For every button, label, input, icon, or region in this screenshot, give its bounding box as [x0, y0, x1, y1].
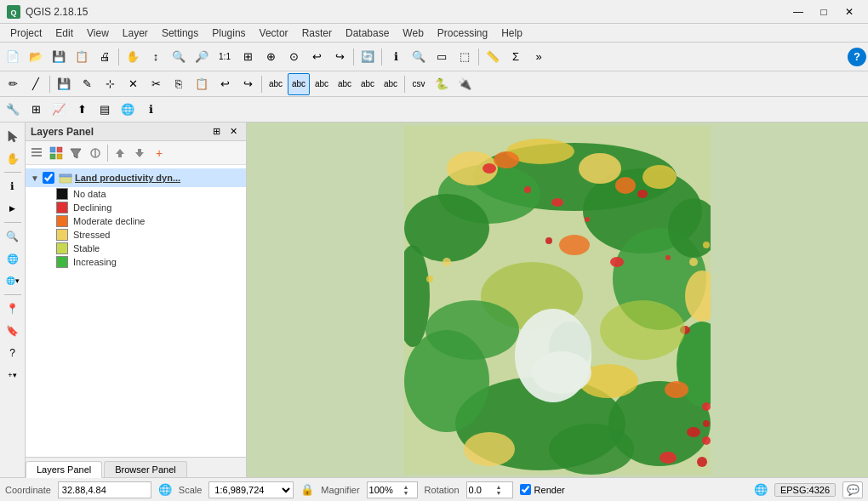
layer-control-button[interactable] — [86, 144, 105, 162]
bookmark-tool-button[interactable]: 🔖 — [3, 321, 23, 341]
coordinate-crs-button[interactable]: 🌐 — [158, 483, 172, 496]
globe2-tool-button[interactable]: 🌐▾ — [3, 270, 23, 291]
menu-layer[interactable]: Layer — [116, 26, 155, 41]
magnifier-up-button[interactable]: ▲ — [403, 484, 409, 490]
coordinate-input[interactable] — [58, 481, 151, 498]
scale-dropdown[interactable]: 1:6,989,724 — [208, 481, 294, 498]
python-button[interactable]: 🐍 — [431, 73, 453, 95]
minimize-button[interactable]: — — [786, 3, 810, 20]
menu-vector[interactable]: Vector — [253, 26, 295, 41]
zoom-native-button[interactable]: 1:1 — [214, 46, 236, 68]
menu-processing[interactable]: Processing — [431, 26, 494, 41]
edit-node-button[interactable]: ⊹ — [99, 73, 121, 95]
close-button[interactable]: ✕ — [837, 3, 861, 20]
layers-button[interactable]: ▤ — [94, 99, 116, 121]
magnifier-down-button[interactable]: ▼ — [403, 490, 409, 496]
print-button[interactable]: 🖨 — [94, 46, 116, 68]
render-checkbox[interactable] — [520, 484, 531, 495]
stats-button[interactable]: Σ — [505, 46, 527, 68]
add-label5-button[interactable]: abc — [380, 73, 402, 95]
expand-icon[interactable]: ▼ — [29, 172, 41, 184]
pan-arrow-button[interactable]: ↕ — [145, 46, 167, 68]
crs-icon[interactable]: 🌐 — [754, 483, 768, 496]
edit-mode-button[interactable]: ✎ — [76, 73, 98, 95]
move-layer-down-button[interactable] — [130, 144, 149, 162]
add-layer-button[interactable] — [27, 144, 46, 162]
cut-features-button[interactable]: ✂ — [145, 73, 167, 95]
messages-button[interactable]: 💬 — [842, 481, 863, 498]
zoom-in-button[interactable]: 🔍 — [168, 46, 190, 68]
measure-tool-button[interactable]: ▶ — [3, 198, 23, 219]
new-project-button[interactable]: 📄 — [2, 46, 24, 68]
layer-row[interactable]: ▼ Land productivity dyn... — [26, 168, 246, 187]
menu-database[interactable]: Database — [339, 26, 396, 41]
grid-button[interactable]: ⊞ — [25, 99, 47, 121]
pin-tool-button[interactable]: 📍 — [3, 299, 23, 319]
add-label3-button[interactable]: abc — [334, 73, 356, 95]
select-rect-button[interactable]: ⬚ — [454, 46, 476, 68]
copy-features-button[interactable]: ⎘ — [168, 73, 190, 95]
pan-map-button[interactable]: ✋ — [122, 46, 144, 68]
rotation-up-button[interactable]: ▲ — [496, 484, 502, 490]
info-button[interactable]: 🔍 — [408, 46, 430, 68]
open-project-button[interactable]: 📂 — [25, 46, 47, 68]
tab-layers[interactable]: Layers Panel — [26, 461, 102, 478]
zoom-selection-button[interactable]: ⊙ — [283, 46, 305, 68]
globe-tool-button[interactable]: 🌐 — [3, 248, 23, 269]
menu-raster[interactable]: Raster — [295, 26, 339, 41]
add-label2-button[interactable]: abc — [311, 73, 333, 95]
zoom-tool-button[interactable]: 🔍 — [3, 226, 23, 247]
menu-settings[interactable]: Settings — [155, 26, 205, 41]
menu-edit[interactable]: Edit — [49, 26, 80, 41]
more-tools-button[interactable]: » — [528, 46, 550, 68]
add-label-button[interactable]: abc — [288, 73, 310, 95]
move-layer-up-button[interactable] — [111, 144, 129, 162]
add-group-button[interactable]: + — [150, 144, 168, 162]
zoom-last-button[interactable]: ↩ — [306, 46, 328, 68]
zoom-next-button[interactable]: ↪ — [328, 46, 351, 68]
tab-browser[interactable]: Browser Panel — [104, 461, 187, 477]
panel-close-button[interactable]: ✕ — [226, 124, 241, 139]
upload-button[interactable]: ⬆ — [71, 99, 93, 121]
panel-float-button[interactable]: ⊞ — [208, 124, 224, 139]
paste-features-button[interactable]: 📋 — [191, 73, 213, 95]
undo-button[interactable]: ↩ — [214, 73, 236, 95]
refresh-button[interactable]: 🔄 — [357, 46, 379, 68]
add-label4-button[interactable]: abc — [357, 73, 379, 95]
edit-pencil-button[interactable]: ✏ — [2, 73, 24, 95]
pan-tool-button[interactable]: ✋ — [3, 148, 23, 168]
menu-web[interactable]: Web — [396, 26, 430, 41]
query-tool-button[interactable]: ? — [3, 343, 23, 363]
delete-selected-button[interactable]: ✕ — [122, 73, 144, 95]
menu-project[interactable]: Project — [3, 26, 49, 41]
edit-line-button[interactable]: ╱ — [25, 73, 47, 95]
add-feature-button[interactable]: abc — [265, 73, 287, 95]
scale-select[interactable]: 1:6,989,724 — [209, 482, 293, 498]
rotation-input[interactable] — [467, 485, 494, 495]
save-edits-button[interactable]: 💾 — [53, 73, 75, 95]
layer-checkbox[interactable] — [43, 172, 54, 184]
help-button[interactable]: ? — [848, 48, 866, 66]
menu-help[interactable]: Help — [494, 26, 529, 41]
filter-layers-button[interactable] — [66, 144, 85, 162]
info2-button[interactable]: ℹ — [140, 99, 162, 121]
redo-button[interactable]: ↪ — [237, 73, 259, 95]
add-tool-button[interactable]: +▾ — [3, 365, 23, 385]
plugin-button[interactable]: 🔌 — [454, 73, 476, 95]
save-as-button[interactable]: 📋 — [71, 46, 93, 68]
save-project-button[interactable]: 💾 — [48, 46, 70, 68]
epsg-badge[interactable]: EPSG:4326 — [774, 483, 836, 497]
world-button[interactable]: 🌐 — [117, 99, 139, 121]
menu-view[interactable]: View — [80, 26, 116, 41]
magnifier-input[interactable] — [368, 485, 402, 495]
select-tool-button[interactable] — [3, 126, 23, 146]
zoom-full-button[interactable]: ⊞ — [237, 46, 259, 68]
select-button[interactable]: ▭ — [431, 46, 453, 68]
identify-tool-button[interactable]: ℹ — [3, 176, 23, 196]
wrench-button[interactable]: 🔧 — [2, 99, 24, 121]
map-area[interactable] — [247, 122, 868, 477]
csv-button[interactable]: csv — [408, 73, 430, 95]
zoom-layer-button[interactable]: ⊕ — [260, 46, 282, 68]
menu-plugins[interactable]: Plugins — [205, 26, 252, 41]
chart-button[interactable]: 📈 — [48, 99, 70, 121]
